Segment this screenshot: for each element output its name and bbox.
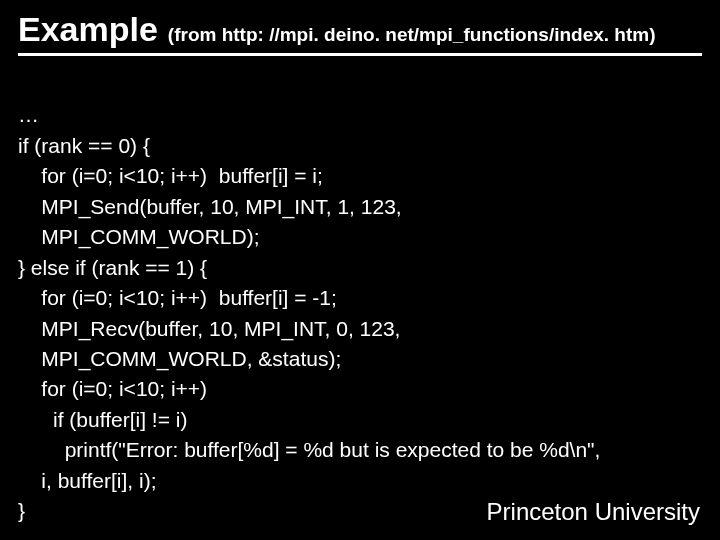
code-line: } bbox=[18, 499, 25, 522]
code-line: MPI_Recv(buffer, 10, MPI_INT, 0, 123, bbox=[18, 317, 400, 340]
code-line: i, buffer[i], i); bbox=[18, 469, 157, 492]
code-line: MPI_COMM_WORLD, &status); bbox=[18, 347, 341, 370]
slide: Example (from http: //mpi. deino. net/mp… bbox=[0, 0, 720, 540]
code-line: for (i=0; i<10; i++) buffer[i] = -1; bbox=[18, 286, 337, 309]
code-line: if (rank == 0) { bbox=[18, 134, 150, 157]
code-line: … bbox=[18, 103, 39, 126]
code-line: for (i=0; i<10; i++) bbox=[18, 377, 207, 400]
title-row: Example (from http: //mpi. deino. net/mp… bbox=[18, 10, 702, 56]
footer-text: Princeton University bbox=[487, 498, 700, 526]
code-line: MPI_Send(buffer, 10, MPI_INT, 1, 123, bbox=[18, 195, 402, 218]
code-line: } else if (rank == 1) { bbox=[18, 256, 207, 279]
code-block: … if (rank == 0) { for (i=0; i<10; i++) … bbox=[18, 70, 702, 527]
code-line: for (i=0; i<10; i++) buffer[i] = i; bbox=[18, 164, 323, 187]
slide-subtitle: (from http: //mpi. deino. net/mpi_functi… bbox=[168, 24, 656, 46]
code-line: printf("Error: buffer[%d] = %d but is ex… bbox=[18, 438, 600, 461]
code-line: MPI_COMM_WORLD); bbox=[18, 225, 260, 248]
slide-title: Example bbox=[18, 10, 158, 49]
code-line: if (buffer[i] != i) bbox=[18, 408, 187, 431]
